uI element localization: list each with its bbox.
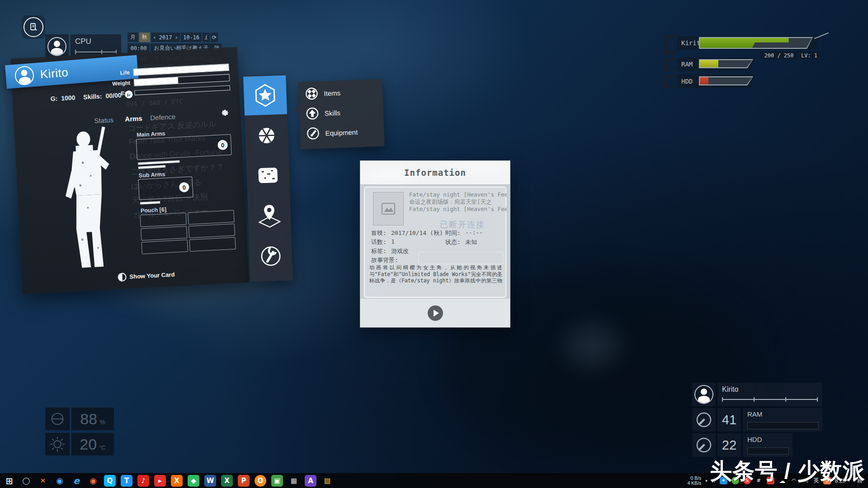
status-label: 状态: [445,238,461,246]
show-your-card-button[interactable]: Show Your Card [118,270,175,282]
cpu-value-tile: 41 [717,408,741,432]
media-title-cn: 命运之夜剧场版：宛若天堂[天之 [409,198,507,205]
notes-app-icon[interactable]: ▣ [271,475,283,487]
humidity-value: 88 [80,410,97,428]
skills-icon [305,107,319,121]
synopsis-label: 故事背景: [371,256,398,264]
hexagon-star-icon [252,82,278,108]
netease-music-icon[interactable]: ♪ [137,475,149,487]
popup-footer [360,299,510,327]
xmind-icon[interactable]: X [171,475,183,487]
vm-app-icon[interactable]: ▦ [288,475,300,487]
ram-bar [699,59,753,68]
edge-icon[interactable]: e [71,475,82,487]
hud-bracket [664,75,675,89]
monitor-ram-label: RAM [747,410,762,418]
gold-label: G: [50,94,57,102]
pouch-slot[interactable] [140,212,186,227]
weight-label: Weight [110,80,131,87]
user-avatar-icon [47,37,66,56]
hdd-bar [699,76,753,85]
nav-flyout-menu: Items Skills Equipment [298,79,384,149]
refresh-icon[interactable]: ⟳ [211,33,218,42]
hud-bracket [664,58,675,71]
card-icon [118,272,127,282]
ghost-input-outline [418,252,503,264]
tab-defence[interactable]: Defence [150,113,176,122]
cpu-widget-avatar-tile [45,34,69,59]
calendar-header: 月 秋 ‹ 2017 › 10-16 i ⟳ [127,33,222,42]
monitor-avatar-tile [692,383,716,406]
powerpoint-icon[interactable]: P [238,475,250,487]
excel-icon[interactable]: X [221,475,233,487]
windows-start-button[interactable]: ⊞ [4,475,15,487]
media-thumbnail [373,192,404,225]
pie-chart-icon [255,123,279,148]
hp-bar [699,37,813,49]
calendar-year: 2017 [159,34,172,41]
qq-icon[interactable]: Q [104,475,116,487]
xunlei-icon[interactable]: ✕ [37,475,49,487]
word-icon[interactable]: W [204,475,216,487]
tags-value: 游戏改 [391,247,409,255]
evernote-icon[interactable]: ◆ [188,475,199,487]
prev-year-arrow[interactable]: ‹ [153,34,156,41]
pouch-slot[interactable] [189,237,236,252]
user-avatar-icon [14,66,34,86]
popup-header[interactable]: Information [360,161,510,185]
network-speed[interactable]: 0 B/s 4 KB/s [687,476,701,486]
cpu-label: CPU [75,37,91,46]
tim-icon[interactable]: T [121,475,132,487]
search-icon[interactable]: ◯ [20,475,32,487]
firefox-icon[interactable]: ◉ [87,475,99,487]
tab-arms[interactable]: Arms [125,114,142,123]
folder-icon[interactable]: ▧ [321,475,333,487]
calendar-month-cell[interactable]: 月 [127,33,138,42]
skills-label: Skills: [83,92,102,100]
media-title-alt: Fate/stay night [Heaven's Feel] [409,206,507,212]
temperature-value: 20 [80,436,97,453]
pouch-slot[interactable] [189,224,235,238]
flyout-item-equipment[interactable]: Equipment [300,121,384,144]
chrome-icon[interactable]: ◉ [54,475,66,487]
origin-icon[interactable]: O [255,475,266,487]
next-year-arrow[interactable]: › [175,34,178,41]
adobe-app-icon[interactable]: A [305,475,316,487]
pouch-slot[interactable] [142,239,188,254]
sub-arms-slot[interactable]: 0 [138,176,193,200]
ghost-text: OVA / OAD / ETC [126,98,183,108]
premiere-label: 首映: [371,229,387,237]
flyout-item-skills[interactable]: Skills [299,101,383,124]
flyout-item-items[interactable]: Items [298,81,383,104]
pouch-slot[interactable] [141,226,187,240]
video-app-icon[interactable]: ▸ [154,475,166,487]
temperature-tile [45,433,70,455]
tab-status[interactable]: Status [94,116,113,124]
hp-bar-tail [814,33,829,39]
collapse-arrow-icon[interactable]: ▾ [705,479,708,483]
play-button[interactable] [427,305,443,321]
menu-item-settings[interactable] [249,236,293,276]
humidity-tile [45,408,70,430]
desktop-shortcut-icon[interactable] [22,15,45,39]
popup-body: Fate/stay night [Heaven's Feel] 命运之夜剧场版：… [360,185,510,299]
desktop: 月 秋 ‹ 2017 › 10-16 i ⟳ 00:00 お見合い相手は教え子、… [0,0,868,488]
calendar-season-cell[interactable]: 秋 [139,33,150,42]
cpu-gauge-tile [692,408,716,432]
cpu-usage-value: 41 [717,408,741,432]
pouch-slot[interactable] [188,210,234,225]
menu-item-location[interactable] [247,196,291,236]
hud-ram-label: RAM [681,61,693,68]
location-pin-icon [256,203,283,229]
menu-item-map[interactable] [246,155,290,196]
exp-label: Exp [111,89,131,97]
calendar-year-nav[interactable]: ‹ 2017 › [151,33,180,42]
information-popup: Information Fate/stay night [Heaven's Fe… [360,160,510,328]
menu-item-stats[interactable] [245,115,288,155]
settings-gear-icon[interactable] [220,108,230,119]
slot-count-badge: 0 [179,182,189,192]
gold-value: 1000 [61,94,75,102]
monitor-hdd-label: HDD [747,436,762,443]
info-icon[interactable]: i [203,33,210,42]
menu-item-favorites[interactable] [243,75,287,115]
